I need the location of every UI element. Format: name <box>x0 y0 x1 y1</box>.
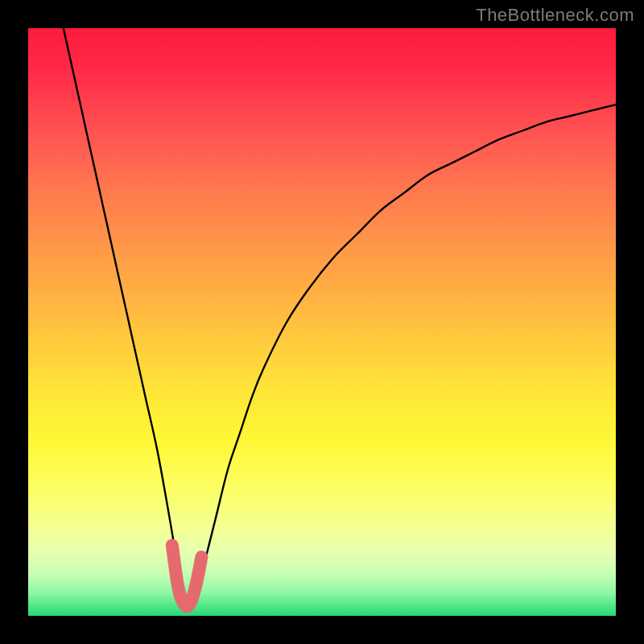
chart-frame: TheBottleneck.com <box>0 0 644 644</box>
chart-svg <box>28 28 616 616</box>
bottleneck-curve <box>64 28 616 606</box>
optimal-highlight <box>172 545 202 606</box>
plot-area <box>28 28 616 616</box>
watermark-text: TheBottleneck.com <box>476 5 634 26</box>
